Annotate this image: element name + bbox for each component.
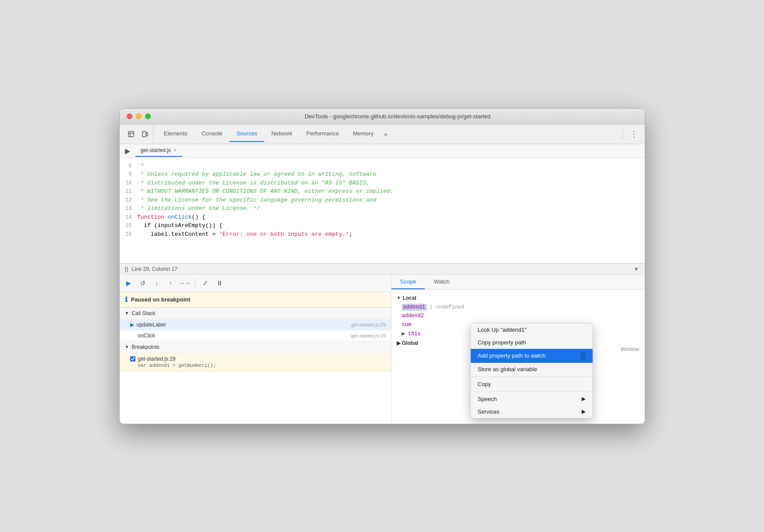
code-editor[interactable]: 8 * 9 * Unless required by applicable la… — [120, 158, 645, 263]
ctx-speech[interactable]: Speech ▶ — [471, 393, 593, 405]
tab-scope[interactable]: Scope — [391, 275, 425, 289]
code-content-9: * Unless required by applicable law or a… — [137, 170, 645, 179]
ctx-store-global[interactable]: Store as global variable — [471, 363, 593, 376]
local-group-arrow-icon: ▼ — [397, 295, 401, 300]
scope-tabs: Scope Watch — [391, 275, 645, 290]
active-entry-arrow-icon: ▶ — [130, 322, 134, 328]
line-num-15: 15 — [120, 222, 137, 230]
local-group-header[interactable]: ▼ Local — [391, 293, 645, 303]
device-icon[interactable] — [139, 128, 151, 140]
call-stack-header[interactable]: ▼ Call Stack — [120, 308, 391, 319]
ctx-copy-path[interactable]: Copy property path — [471, 336, 593, 349]
code-line-14: 14 function onClick() { — [120, 213, 645, 222]
breakpoint-file: get-started.js:29 — [138, 356, 176, 362]
breakpoints-arrow-icon: ▼ — [125, 344, 129, 349]
ctx-add-watch[interactable]: Add property path to watch — [471, 349, 593, 363]
breakpoint-entry-0[interactable]: get-started.js:29 var addend1 = getNumbe… — [120, 353, 391, 371]
cursor-icon[interactable] — [125, 128, 137, 140]
ctx-add-watch-label: Add property path to watch — [478, 352, 546, 359]
file-tab-close[interactable]: × — [174, 147, 177, 153]
breakpoint-label: get-started.js:29 — [130, 356, 386, 362]
file-tab-get-started[interactable]: get-started.js × — [135, 145, 182, 157]
line-num-13: 13 — [120, 205, 137, 213]
file-nav-icon[interactable]: ▶ — [123, 144, 132, 158]
call-stack-entry-1[interactable]: onClick get-started.js:19 — [120, 330, 391, 341]
expand-this-icon: ▶ — [402, 331, 408, 337]
devtools-icons — [123, 124, 153, 144]
cursor-icon — [580, 352, 586, 360]
debugger-toolbar: ▶ ↺ ↓ ↑ →→ ⁄⁄ ⏸ — [120, 275, 391, 292]
paused-banner: ℹ Paused on breakpoint — [120, 292, 391, 308]
svg-rect-4 — [146, 133, 148, 136]
ctx-lookup[interactable]: Look Up "addend1" — [471, 323, 593, 336]
status-arrow-icon[interactable]: ▼ — [633, 266, 640, 273]
ctx-speech-arrow-icon: ▶ — [582, 396, 586, 402]
line-num-8: 8 — [120, 162, 137, 170]
breakpoint-checkbox[interactable] — [130, 356, 135, 362]
breakpoints-header[interactable]: ▼ Breakpoints — [120, 341, 391, 353]
file-tab-name: get-started.js — [141, 147, 171, 153]
ctx-divider-1 — [471, 376, 593, 377]
tab-network[interactable]: Network — [264, 126, 299, 142]
code-line-13: 13 * limitations under the License. */ — [120, 204, 645, 213]
global-group-label: ▶ Global — [397, 340, 419, 346]
call-stack-label: Call Stack — [131, 310, 155, 316]
pause-button[interactable]: ⏸ — [214, 277, 225, 289]
more-tabs-button[interactable]: » — [380, 127, 391, 142]
context-menu: Look Up "addend1" Copy property path Add… — [470, 323, 593, 419]
window-label: Window — [621, 346, 640, 352]
code-line-16: 16 label.textContent = 'Error: one or bo… — [120, 230, 645, 239]
left-panel: ▶ ↺ ↓ ↑ →→ ⁄⁄ ⏸ ℹ Paused on breakpoint ▼… — [120, 275, 391, 424]
tab-console[interactable]: Console — [195, 126, 230, 142]
breakpoints-button[interactable]: ⁄⁄ — [200, 277, 211, 289]
devtools-menu-button[interactable]: ⋮ — [626, 128, 641, 141]
tab-memory[interactable]: Memory — [346, 126, 380, 142]
ctx-services-arrow-icon: ▶ — [582, 408, 586, 415]
call-stack-fn-1: onClick — [130, 333, 351, 339]
step-out-button[interactable]: ↑ — [165, 277, 177, 289]
step-into-button[interactable]: ↓ — [151, 277, 163, 289]
prop-name-addend1: addend1 — [402, 304, 426, 311]
ctx-divider-2 — [471, 391, 593, 392]
tab-elements[interactable]: Elements — [157, 126, 195, 142]
code-line-12: 12 * See the License for the specific la… — [120, 196, 645, 205]
step-over-button[interactable]: ↺ — [137, 277, 149, 289]
devtools-menu: ⋮ — [619, 128, 641, 141]
file-tabs-bar: ▶ get-started.js × — [120, 144, 645, 158]
code-line-15: 15 if (inputsAreEmpty()) { — [120, 221, 645, 230]
window-title: DevTools - googlechrome.github.io/devtoo… — [158, 113, 638, 120]
ctx-services[interactable]: Services ▶ — [471, 405, 593, 418]
format-icon[interactable]: {} — [125, 266, 128, 272]
ctx-copy[interactable]: Copy — [471, 378, 593, 390]
call-stack-file-0: get-started.js:29 — [351, 322, 386, 327]
svg-rect-3 — [142, 131, 146, 137]
close-button[interactable] — [127, 113, 132, 119]
tab-watch[interactable]: Watch — [425, 275, 458, 289]
resume-button[interactable]: ▶ — [123, 277, 135, 289]
line-num-11: 11 — [120, 188, 137, 195]
code-content-15: if (inputsAreEmpty()) { — [137, 221, 645, 230]
title-bar: DevTools - googlechrome.github.io/devtoo… — [120, 109, 645, 124]
step-button[interactable]: →→ — [179, 277, 191, 289]
cursor-position: Line 29, Column 17 — [132, 266, 630, 272]
call-stack-entry-0[interactable]: ▶ updateLabel get-started.js:29 — [120, 319, 391, 330]
paused-text: Paused on breakpoint — [131, 296, 191, 303]
line-num-10: 10 — [120, 179, 137, 187]
call-stack-file-1: get-started.js:19 — [351, 333, 386, 338]
line-num-12: 12 — [120, 196, 137, 204]
code-line-11: 11 * WITHOUT WARRANTIES OR CONDITIONS OF… — [120, 187, 645, 196]
scope-item-addend2[interactable]: addend2 — [391, 312, 645, 320]
tab-sources[interactable]: Sources — [229, 126, 264, 142]
maximize-button[interactable] — [145, 113, 151, 119]
prop-val-addend1: undefined — [436, 304, 465, 310]
toolbar-separator — [195, 279, 195, 287]
prop-name-sum: sum — [402, 322, 412, 328]
status-bar: {} Line 29, Column 17 ▼ — [120, 263, 645, 275]
breakpoints-label: Breakpoints — [131, 344, 159, 350]
call-stack-arrow-icon: ▼ — [125, 311, 129, 316]
minimize-button[interactable] — [136, 113, 142, 119]
tab-performance[interactable]: Performance — [299, 126, 346, 142]
ctx-copy-path-label: Copy property path — [478, 339, 526, 346]
menu-divider — [622, 129, 623, 139]
scope-item-addend1[interactable]: addend1 : undefined — [391, 303, 645, 312]
